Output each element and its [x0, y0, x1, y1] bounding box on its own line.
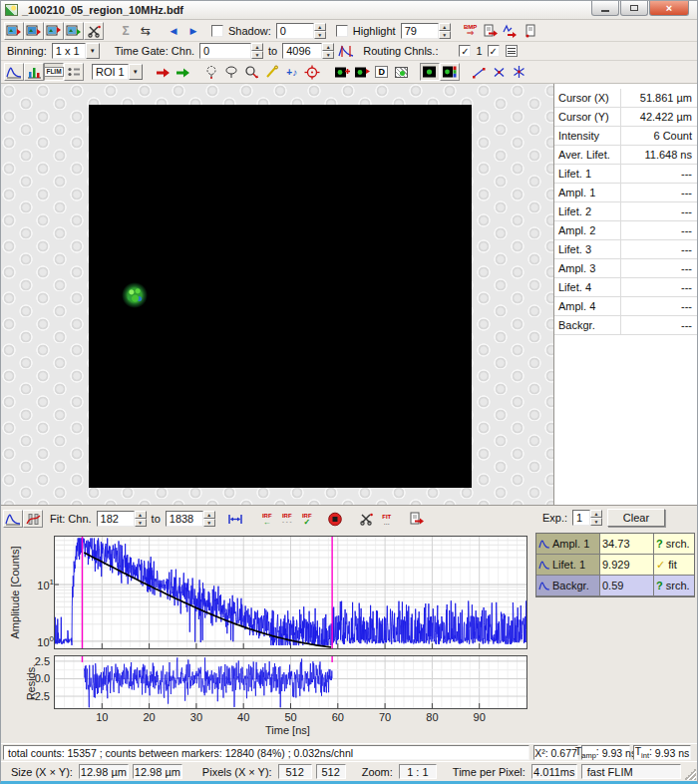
zoom-in-image-icon[interactable] — [332, 63, 352, 81]
export-image-icon[interactable] — [64, 22, 84, 40]
fit-param-label-cell[interactable]: Backgr. — [536, 576, 600, 596]
irf-show-icon[interactable]: IRF← — [257, 510, 277, 528]
highlight-spinner-down-icon[interactable]: ▼ — [439, 31, 451, 39]
full-range-icon[interactable] — [225, 510, 245, 528]
shadow-spinner-up-icon[interactable]: ▲ — [314, 23, 326, 31]
timegate-from-spinner[interactable]: 0▲▼ — [199, 43, 263, 59]
circle-roi-icon[interactable] — [202, 63, 222, 81]
chi-square-label: X²: — [534, 747, 547, 759]
fit-from-spinner[interactable]: 182▲▼ — [97, 511, 147, 527]
add-cursor-icon[interactable]: +♪ — [282, 63, 302, 81]
roi-select-arrow-icon[interactable]: ▼ — [129, 64, 143, 80]
decay-trace-icon[interactable] — [4, 63, 24, 81]
target-cursor-icon[interactable] — [302, 63, 322, 81]
abort-fit-icon[interactable] — [325, 510, 345, 528]
zoom-out-image-icon[interactable] — [352, 63, 372, 81]
ellipse-roi-icon[interactable] — [222, 63, 242, 81]
clear-button[interactable]: Clear — [607, 509, 665, 527]
fit-param-status[interactable]: ?srch. — [654, 576, 694, 596]
decay-display-icon[interactable] — [3, 510, 23, 528]
save-image-icon[interactable] — [24, 22, 44, 40]
fit-param-label-cell[interactable]: Lifet. 1 — [536, 555, 600, 576]
fit-param-label-cell[interactable]: Ampl. 1 — [536, 534, 600, 555]
timegate-to-spinner-up-icon[interactable]: ▲ — [322, 43, 334, 51]
image-tools-icon[interactable] — [84, 22, 104, 40]
time-tick-label: 20 — [135, 711, 165, 723]
star-profile-icon[interactable] — [510, 63, 529, 81]
lasso-roi-icon[interactable] — [242, 63, 262, 81]
highlight-spinner-value[interactable]: 79 — [401, 23, 439, 39]
fit-to-spinner-down-icon[interactable]: ▼ — [203, 519, 215, 527]
fit-from-spinner-down-icon[interactable]: ▼ — [135, 519, 147, 527]
cross-profile-icon[interactable] — [490, 63, 510, 81]
irf-measured-icon[interactable]: IRF- - - — [277, 510, 297, 528]
fit-to-spinner-up-icon[interactable]: ▲ — [203, 511, 215, 519]
shadow-spinner[interactable]: 0▲▼ — [276, 23, 326, 39]
sum-frames-icon[interactable]: Σ — [116, 22, 136, 40]
display-d-icon[interactable]: D — [372, 63, 392, 81]
fit-to-spinner[interactable]: 1838▲▼ — [166, 511, 215, 527]
copy-image-icon[interactable] — [44, 22, 64, 40]
fit-param-status[interactable]: ?srch. — [654, 534, 694, 555]
fit-param-value[interactable]: 34.73 — [600, 534, 654, 555]
routing-list-icon[interactable] — [502, 42, 522, 60]
wand-roi-icon[interactable] — [262, 63, 282, 81]
export-data-icon[interactable] — [521, 22, 540, 40]
timegate-from-spinner-value[interactable]: 0 — [199, 43, 251, 59]
minimize-button[interactable] — [591, 1, 619, 16]
timegate-from-spinner-down-icon[interactable]: ▼ — [251, 51, 263, 59]
exp-down-icon[interactable]: ▼ — [590, 518, 602, 526]
flim-image[interactable] — [89, 105, 472, 488]
exp-up-icon[interactable]: ▲ — [590, 510, 602, 518]
resize-grip[interactable] — [684, 768, 696, 780]
histogram-icon[interactable] — [24, 63, 44, 81]
exp-value[interactable]: 1 — [572, 510, 590, 526]
intensity-image-icon[interactable] — [420, 63, 440, 81]
close-button[interactable]: × — [649, 1, 689, 16]
fit-from-spinner-up-icon[interactable]: ▲ — [135, 511, 147, 519]
fit-model-icon[interactable]: FIT... — [377, 510, 397, 528]
display-options-icon[interactable] — [64, 63, 84, 81]
binning-select-arrow-icon[interactable]: ▼ — [86, 43, 100, 59]
timegate-to-spinner-value[interactable]: 4096 — [282, 43, 322, 59]
routing-ch1-checkbox[interactable]: ✓ — [459, 45, 471, 57]
prev-frame-icon[interactable]: ◀ — [164, 22, 183, 40]
fit-from-spinner-value[interactable]: 182 — [97, 511, 135, 527]
open-image-icon[interactable] — [4, 22, 24, 40]
timegate-to-spinner-down-icon[interactable]: ▼ — [322, 51, 334, 59]
maximize-button[interactable] — [620, 1, 648, 16]
export-trace-icon[interactable] — [501, 22, 521, 40]
flim-mode-icon[interactable]: FLIM — [44, 63, 64, 81]
fit-param-value[interactable]: 9.929 — [600, 555, 654, 576]
roi-export-icon[interactable] — [153, 63, 173, 81]
export-file-icon[interactable] — [481, 22, 501, 40]
export-bmp-icon[interactable]: BMP⇒ — [461, 22, 481, 40]
pattern-overlay-icon[interactable] — [392, 63, 412, 81]
dual-trace-icon[interactable] — [23, 510, 43, 528]
fit-param-status[interactable]: ✓fit — [654, 555, 694, 576]
binning-select[interactable]: 1 x 1▼ — [52, 43, 100, 59]
highlight-spinner[interactable]: 79▲▼ — [401, 23, 451, 39]
titlebar[interactable]: _100210_05_region_10MHz.bdf × — [1, 1, 697, 20]
timegate-to-spinner[interactable]: 4096▲▼ — [282, 43, 334, 59]
fit-param-value[interactable]: 0.59 — [600, 576, 654, 596]
highlight-checkbox[interactable] — [336, 25, 348, 37]
timegate-from-spinner-up-icon[interactable]: ▲ — [251, 43, 263, 51]
swap-traces-icon[interactable]: ⇆ — [136, 22, 156, 40]
shadow-spinner-down-icon[interactable]: ▼ — [314, 31, 326, 39]
export-decay-icon[interactable] — [407, 510, 427, 528]
shadow-spinner-value[interactable]: 0 — [276, 23, 314, 39]
time-gate-icon[interactable] — [336, 42, 356, 60]
highlight-spinner-up-icon[interactable]: ▲ — [439, 23, 451, 31]
routing-all-checkbox[interactable]: ✓ — [488, 45, 500, 57]
line-profile-icon[interactable] — [470, 63, 490, 81]
next-frame-icon[interactable]: ▶ — [183, 22, 203, 40]
color-scale-image-icon[interactable] — [440, 63, 460, 81]
irf-auto-icon[interactable]: IRF✓ — [297, 510, 317, 528]
shadow-checkbox[interactable] — [211, 25, 223, 37]
roi-select[interactable]: ROI 1▼ — [92, 64, 143, 80]
roi-apply-icon[interactable] — [173, 63, 192, 81]
exp-spinner[interactable]: 1 ▲ ▼ — [572, 510, 602, 526]
fit-to-spinner-value[interactable]: 1838 — [166, 511, 203, 527]
fit-settings-icon[interactable] — [357, 510, 377, 528]
